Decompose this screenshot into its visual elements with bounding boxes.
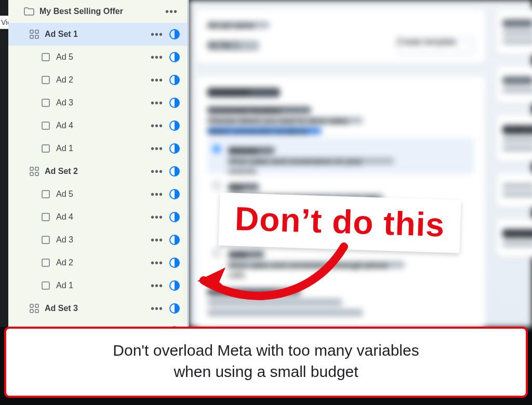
svg-rect-24 — [42, 236, 49, 244]
svg-rect-18 — [35, 172, 38, 176]
radio-icon — [212, 181, 221, 190]
ad-icon — [41, 235, 51, 245]
conversion-heading: Conversion — [207, 88, 280, 97]
svg-rect-20 — [42, 191, 49, 198]
adset-row[interactable]: Ad Set 2 ••• — [8, 160, 188, 183]
create-template-button[interactable]: Create template — [396, 37, 474, 55]
estimated-heading: Estimated — [502, 229, 532, 238]
more-options-button[interactable]: ••• — [148, 282, 166, 289]
chart-toggle-icon[interactable] — [169, 280, 180, 291]
option-title: App — [228, 183, 259, 191]
ad-icon — [41, 189, 51, 199]
right-side-cards: Audience Estimated — [496, 8, 532, 268]
chart-toggle-icon[interactable] — [169, 188, 180, 200]
blurred-text — [502, 19, 532, 28]
svg-rect-15 — [30, 167, 33, 170]
ad-row[interactable]: Ad 2 ••• — [8, 251, 188, 274]
radio-icon — [212, 145, 221, 153]
caption-line: Don't overload Meta with too many variab… — [22, 340, 510, 361]
ad-row[interactable]: Ad 4 ••• — [8, 206, 188, 228]
svg-rect-22 — [42, 213, 49, 221]
performance-goal-label: Performance goal — [207, 288, 301, 295]
more-options-button[interactable]: ••• — [148, 191, 166, 198]
chart-toggle-icon[interactable] — [169, 234, 180, 246]
svg-rect-2 — [30, 35, 33, 38]
ad-icon — [41, 75, 51, 85]
more-options-button[interactable]: ••• — [148, 213, 166, 221]
chart-toggle-icon[interactable] — [169, 97, 180, 109]
ad-row[interactable]: Ad 5 ••• — [8, 46, 188, 69]
caption-line: when using a small budget — [22, 361, 510, 383]
more-options-button[interactable]: ••• — [148, 99, 166, 106]
chart-toggle-icon[interactable] — [169, 303, 180, 314]
more-options-button[interactable]: ••• — [148, 259, 166, 266]
more-options-button[interactable]: ••• — [148, 145, 166, 152]
svg-rect-16 — [35, 167, 38, 170]
svg-rect-17 — [30, 172, 33, 176]
ad-row[interactable]: Ad 1 ••• — [8, 274, 188, 297]
chart-toggle-icon[interactable] — [169, 74, 180, 86]
adset-row[interactable]: Ad Set 3 ••• — [8, 297, 188, 320]
more-options-button[interactable]: ••• — [163, 8, 180, 15]
svg-rect-7 — [42, 76, 49, 84]
ad-label: Ad 5 — [56, 190, 148, 199]
chart-toggle-icon[interactable] — [169, 166, 180, 177]
ad-label: Ad 1 — [56, 144, 148, 153]
more-options-button[interactable]: ••• — [148, 236, 166, 244]
chart-toggle-icon[interactable] — [169, 257, 180, 268]
ad-icon — [41, 258, 51, 268]
svg-rect-33 — [35, 309, 38, 313]
ad-label: Ad 1 — [56, 281, 148, 290]
option-desc: Drive sales and conversions on your webs… — [228, 157, 394, 165]
radio-icon — [212, 249, 221, 257]
adset-name-card: Ad set name Ad Set 1 Create template — [195, 8, 486, 64]
chart-toggle-icon[interactable] — [169, 143, 180, 154]
svg-rect-3 — [35, 35, 38, 38]
chart-toggle-icon[interactable] — [169, 120, 180, 131]
campaign-row[interactable]: My Best Selling Offer ••• — [8, 0, 188, 23]
campaign-label: My Best Selling Offer — [39, 7, 163, 16]
option-title: Calls — [228, 251, 264, 258]
section-label: Ad set name — [207, 21, 270, 29]
chart-toggle-icon[interactable] — [169, 51, 180, 63]
ad-label: Ad 2 — [56, 75, 148, 85]
ad-row[interactable]: Ad 3 ••• — [8, 91, 188, 114]
svg-rect-32 — [30, 309, 33, 313]
ad-icon — [41, 143, 51, 154]
campaign-tree-sidebar: My Best Selling Offer ••• Ad Set 1 ••• A… — [8, 0, 189, 327]
ad-row[interactable]: Ad 5 ••• — [8, 183, 188, 206]
svg-rect-28 — [42, 282, 49, 289]
more-options-button[interactable]: ••• — [148, 122, 166, 129]
ad-row[interactable]: Ad 2 ••• — [8, 69, 188, 91]
adset-icon — [29, 166, 39, 177]
adset-row[interactable]: Ad Set 1 ••• — [8, 23, 188, 46]
ad-label: Ad 4 — [56, 212, 148, 222]
option-title: Website — [228, 147, 275, 154]
select-locations-link[interactable]: Select conversion locations — [207, 127, 322, 134]
more-options-button[interactable]: ••• — [148, 53, 166, 61]
ad-row[interactable]: Ad 3 ••• — [8, 228, 188, 251]
chart-toggle-icon[interactable] — [169, 211, 180, 223]
folder-icon — [24, 6, 34, 17]
svg-rect-31 — [35, 304, 38, 307]
more-options-button[interactable]: ••• — [148, 305, 166, 312]
ad-row[interactable]: Ad 4 ••• — [8, 114, 188, 137]
adset-label: Ad Set 1 — [45, 30, 148, 39]
more-options-button[interactable]: ••• — [148, 168, 166, 175]
ad-row[interactable]: Ad 1 ••• — [8, 137, 188, 160]
svg-rect-11 — [42, 122, 49, 129]
adset-label: Ad Set 3 — [45, 304, 148, 313]
annotation-badge: Don’t do this — [219, 193, 461, 253]
subsection-desc: Choose where you want to drive sales. — [207, 117, 363, 124]
location-option-website[interactable]: Website Drive sales and conversions on y… — [207, 138, 474, 174]
annotation-text: Don’t do this — [234, 200, 445, 244]
more-options-button[interactable]: ••• — [148, 76, 166, 84]
chart-toggle-icon[interactable] — [169, 29, 180, 40]
svg-rect-30 — [30, 304, 33, 307]
adset-name-input[interactable]: Ad Set 1 — [207, 40, 259, 51]
ad-label: Ad 4 — [56, 121, 148, 130]
ad-label: Ad 3 — [56, 235, 148, 245]
more-options-button[interactable]: ••• — [148, 31, 166, 38]
ad-icon — [41, 120, 51, 131]
ad-icon — [41, 98, 51, 108]
